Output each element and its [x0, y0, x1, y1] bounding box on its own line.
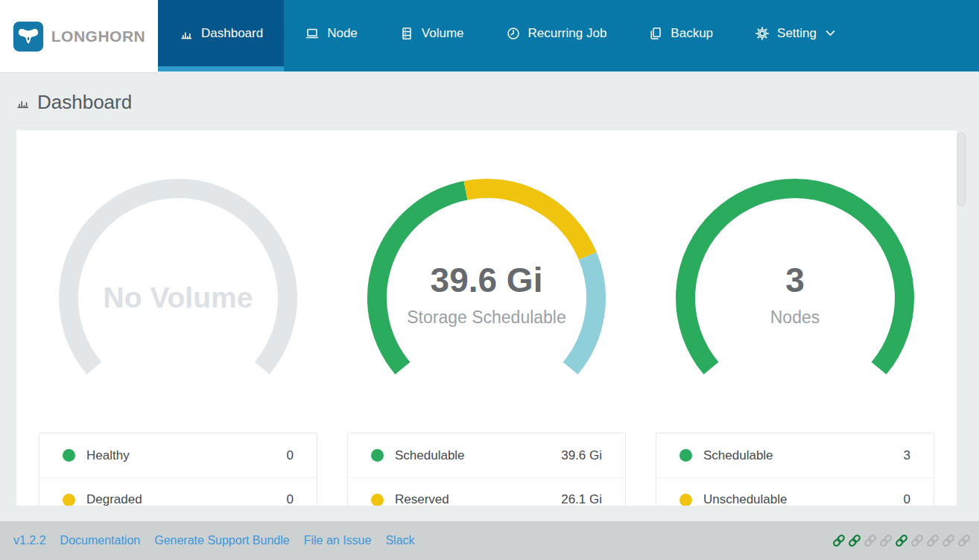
legend-label: Degraded: [86, 492, 276, 506]
page-header: Dashboard: [0, 71, 979, 114]
nav-label: Node: [327, 26, 358, 41]
storage-gauge-chart: 39.6 Gi Storage Schedulable: [356, 168, 617, 428]
chain-link-icon[interactable]: [925, 533, 940, 548]
legend-label: Unschedulable: [703, 492, 893, 506]
legend-row: Unschedulable 0: [656, 477, 934, 506]
legend-color-dot: [63, 494, 75, 506]
legend-label: Schedulable: [395, 448, 550, 463]
server-stack-icon: [399, 26, 414, 41]
nav-label: Recurring Job: [528, 26, 607, 41]
nav-label: Setting: [777, 26, 817, 41]
legend-label: Healthy: [86, 448, 276, 463]
nav-tab-dashboard[interactable]: Dashboard: [158, 0, 284, 71]
legend-color-dot: [63, 449, 75, 462]
chain-link-icon[interactable]: [863, 533, 878, 548]
legend-label: Reserved: [395, 492, 550, 506]
storage-panel: 39.6 Gi Storage Schedulable Schedulable …: [347, 168, 626, 506]
nav-label: Dashboard: [201, 26, 263, 41]
nodes-gauge-chart: 3 Nodes: [665, 168, 925, 428]
nav-tab-setting[interactable]: Setting: [734, 0, 856, 71]
legend-value: 3: [904, 448, 910, 463]
nav-tab-backup[interactable]: Backup: [627, 0, 734, 71]
gauge-value: 39.6 Gi: [356, 260, 617, 300]
nav-tab-recurring-job[interactable]: Recurring Job: [485, 0, 628, 71]
legend-value: 0: [287, 492, 294, 506]
legend-row: Healthy 0: [39, 433, 317, 477]
chain-link-icon[interactable]: [847, 533, 862, 548]
clock-icon: [506, 26, 521, 41]
dashboard-card: No Volume Healthy 0 Degraded 0 39.6 Gi S…: [16, 130, 957, 506]
chain-link-icon[interactable]: [910, 533, 925, 548]
bar-chart-icon: [15, 95, 31, 110]
nodes-panel: 3 Nodes Schedulable 3 Unschedulable 0: [656, 168, 934, 506]
laptop-icon: [305, 26, 320, 41]
main-nav: Dashboard Node Volume: [158, 0, 979, 71]
legend-label: Schedulable: [703, 448, 893, 463]
chevron-down-icon: [824, 30, 835, 36]
footer-bar: v1.2.2 Documentation Generate Support Bu…: [0, 521, 979, 560]
chain-link-icon[interactable]: [941, 533, 956, 548]
gauge-label: Nodes: [665, 308, 925, 328]
legend-row: Schedulable 39.6 Gi: [348, 433, 625, 477]
storage-legend: Schedulable 39.6 Gi Reserved 26.1 Gi: [347, 433, 626, 506]
legend-color-dot: [679, 449, 692, 462]
nav-tab-volume[interactable]: Volume: [378, 0, 485, 71]
legend-value: 0: [904, 492, 910, 506]
legend-row: Degraded 0: [39, 477, 317, 506]
legend-color-dot: [371, 494, 384, 506]
legend-row: Schedulable 3: [656, 433, 934, 477]
volume-panel: No Volume Healthy 0 Degraded 0: [39, 168, 317, 506]
gauge-empty-text: No Volume: [48, 281, 308, 314]
gauge-label: Storage Schedulable: [356, 308, 617, 328]
volume-gauge-chart: No Volume: [48, 168, 308, 428]
legend-color-dot: [679, 494, 692, 506]
gauge-value: 3: [665, 260, 925, 300]
nav-tab-node[interactable]: Node: [284, 0, 378, 71]
nav-label: Backup: [671, 26, 713, 41]
app-logo[interactable]: LONGHORN: [0, 0, 158, 72]
legend-value: 0: [287, 448, 294, 463]
top-nav-bar: LONGHORN Dashboard Node: [0, 0, 979, 71]
legend-value: 26.1 Gi: [561, 492, 602, 506]
scrollbar-thumb[interactable]: [957, 133, 966, 206]
legend-color-dot: [371, 449, 384, 462]
event-link-icons: [831, 533, 972, 548]
chain-link-icon[interactable]: [878, 533, 893, 548]
slack-link[interactable]: Slack: [385, 534, 414, 547]
longhorn-bull-icon: [13, 21, 44, 52]
documentation-link[interactable]: Documentation: [60, 534, 141, 547]
legend-row: Reserved 26.1 Gi: [348, 477, 625, 506]
page-title: Dashboard: [37, 91, 132, 114]
nav-label: Volume: [422, 26, 464, 41]
chain-link-icon[interactable]: [957, 533, 972, 548]
version-link[interactable]: v1.2.2: [13, 534, 46, 547]
generate-support-bundle-link[interactable]: Generate Support Bundle: [154, 534, 289, 547]
chain-link-icon[interactable]: [831, 533, 846, 548]
bar-chart-icon: [179, 26, 194, 41]
file-an-issue-link[interactable]: File an Issue: [304, 534, 372, 547]
legend-value: 39.6 Gi: [561, 448, 602, 463]
brand-name: LONGHORN: [51, 28, 146, 45]
nodes-legend: Schedulable 3 Unschedulable 0: [656, 433, 934, 506]
copy-icon: [648, 26, 663, 41]
gear-icon: [755, 26, 770, 41]
volume-legend: Healthy 0 Degraded 0: [39, 433, 317, 506]
chain-link-icon[interactable]: [894, 533, 909, 548]
